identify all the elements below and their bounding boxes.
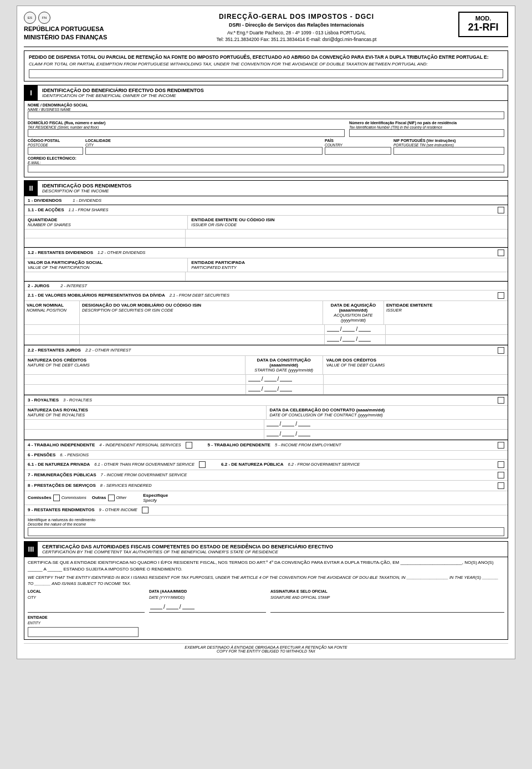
date-part-2-2[interactable]: [342, 336, 355, 342]
desig-cell2[interactable]: [80, 335, 325, 344]
entidade-cell2[interactable]: [186, 238, 508, 247]
royalties-natureza-cell1[interactable]: [24, 420, 264, 429]
date-field-1[interactable]: / /: [327, 326, 371, 332]
valor-cred-cell1[interactable]: [324, 375, 508, 384]
date-field-5[interactable]: / /: [267, 421, 311, 427]
quantidade-header-row: QUANTIDADE NUMBER OF SHARES ENTIDADE EMI…: [24, 216, 508, 230]
date-part-1-2[interactable]: [342, 326, 355, 332]
item6-2-checkbox[interactable]: [498, 461, 504, 468]
item2-1-checkbox[interactable]: [498, 292, 504, 299]
date-part-1-3[interactable]: [359, 326, 371, 332]
ent-part-cell[interactable]: [186, 272, 508, 281]
entidade-participada-label-en: PARTICIPATED ENTITY: [191, 265, 504, 270]
item3-checkbox[interactable]: [498, 397, 504, 404]
header-center: DIRECÇÃO-GERAL DOS IMPOSTOS - DGCI DSRI …: [135, 12, 458, 43]
nif-right: Número de Identificação Fiscal (NIF) no …: [349, 121, 504, 137]
item6-1-label-pt: 6.1 - DE NATUREZA PRIVADA: [28, 462, 90, 467]
item1-1-checkbox[interactable]: [498, 207, 504, 213]
date-year[interactable]: [150, 604, 162, 609]
section-2-en-title: DESCRIPTION OF THE INCOME: [42, 189, 503, 193]
footer-line2: COPY FOR THE ENTITY OBLIGED TO WITHHOLD …: [24, 649, 508, 653]
date-part-6-2[interactable]: [282, 431, 294, 436]
date-part-3-1[interactable]: [248, 376, 260, 381]
desig-cell1[interactable]: [80, 325, 325, 334]
date-part-3-3[interactable]: [280, 376, 292, 381]
date-part-6-3[interactable]: [298, 431, 310, 436]
item2-2-label-pt: 2.2 - RESTANTES JUROS: [28, 348, 81, 353]
natureza-royalties-col: NATUREZA DAS ROYALTIES NATURE OF THE ROY…: [24, 406, 267, 419]
item3-label-pt: 3 - ROYALTIES: [28, 398, 59, 403]
item1-1-data-row2: [24, 238, 508, 247]
item4-checkbox[interactable]: [186, 442, 192, 449]
item9-desc-row: Identifique a natureza do rendimento Des…: [24, 516, 508, 538]
val-nom-cell1[interactable]: [24, 325, 80, 334]
date-part-5-3[interactable]: [298, 421, 310, 426]
date-day[interactable]: [182, 604, 195, 609]
royalties-data-cell2: / /: [264, 430, 508, 439]
domicilio-input[interactable]: [28, 129, 345, 137]
date-part-4-3[interactable]: [280, 386, 292, 391]
local-label-en: CITY: [28, 595, 145, 600]
address: Av.ª Eng.º Duarte Pacheco, 28 - 4º 1099 …: [135, 29, 458, 37]
date-part-5-2[interactable]: [282, 421, 294, 426]
entidade-input[interactable]: [28, 627, 139, 637]
outras-checkbox[interactable]: [108, 495, 115, 501]
data-celebracao-label-en: DATE OF CONCLUSION OF THE CONTRACT (yyyy…: [270, 412, 505, 417]
quantidade-cell1[interactable]: [24, 230, 186, 238]
assinatura-input[interactable]: [270, 602, 504, 613]
certifica-pt-text: CERTIFICA-SE QUE A ENTIDADE IDENTIFICADA…: [28, 559, 504, 573]
entidade-cell1[interactable]: [186, 230, 508, 238]
date-field-3[interactable]: / /: [248, 376, 293, 382]
item5-checkbox[interactable]: [498, 442, 504, 449]
quantidade-cell2[interactable]: [24, 238, 186, 247]
date-month[interactable]: [166, 604, 178, 609]
date-part-6-1[interactable]: [267, 431, 279, 436]
entidade-participada-label-pt: ENTIDADE PARTICIPADA: [191, 260, 504, 265]
identifique-input[interactable]: [28, 527, 504, 536]
item6-1-checkbox[interactable]: [199, 461, 206, 468]
date-field-6[interactable]: / /: [267, 431, 311, 437]
ent-emit2-cell1[interactable]: [386, 325, 508, 334]
date-part-3-2[interactable]: [264, 376, 277, 381]
nif-pt-group: NIF PORTUGUÊS (Ver instruções) PORTUGUES…: [393, 139, 504, 155]
item2-label-pt: 2 - JUROS: [28, 283, 49, 288]
nome-input[interactable]: [28, 111, 504, 119]
val-part-cell[interactable]: [24, 272, 186, 281]
date-part-5-1[interactable]: [267, 421, 279, 426]
item2-2-checkbox[interactable]: [498, 347, 504, 354]
royalties-natureza-cell2[interactable]: [24, 430, 264, 439]
item8-checkbox[interactable]: [498, 482, 504, 489]
correio-input[interactable]: [28, 165, 504, 172]
val-nom-cell2[interactable]: [24, 335, 80, 344]
item7-checkbox[interactable]: [498, 472, 504, 478]
date-part-2-3[interactable]: [359, 336, 371, 342]
claim-input[interactable]: [29, 69, 503, 78]
localidade-input[interactable]: [85, 147, 323, 155]
date-field-2[interactable]: / /: [327, 336, 371, 342]
nif-input[interactable]: [349, 129, 504, 137]
date-field-4[interactable]: / /: [248, 386, 293, 392]
section-3: III CERTIFICAÇÃO DAS AUTORIDADES FISCAIS…: [24, 541, 508, 640]
ent-emit2-cell2[interactable]: [386, 335, 508, 344]
quantidade-label-pt: QUANTIDADE: [28, 217, 184, 222]
date-part-4-1[interactable]: [248, 386, 260, 391]
item1-2-checkbox[interactable]: [498, 249, 504, 256]
domicilio-left: DOMICÍLIO FISCAL (Rua, número e andar) T…: [28, 121, 345, 137]
nif-pt-input[interactable]: [393, 147, 504, 155]
natureza-cell1[interactable]: [24, 375, 246, 384]
pais-input[interactable]: [325, 147, 391, 155]
logos: ES FN: [24, 12, 135, 24]
localidade-label-en: CITY: [85, 143, 323, 147]
natureza-cell2[interactable]: [24, 385, 246, 394]
identifique-label-en: Describe the nature of the income: [28, 522, 504, 526]
item9-checkbox[interactable]: [142, 507, 149, 513]
date-part-1-1[interactable]: [327, 326, 339, 332]
local-input[interactable]: [28, 602, 145, 613]
comissoes-checkbox[interactable]: [53, 495, 60, 501]
date-part-2-1[interactable]: [327, 336, 339, 342]
republic-name: REPÚBLICA PORTUGUESA MINISTÉRIO DAS FINA…: [24, 25, 135, 42]
valor-cred-cell2[interactable]: [324, 385, 508, 394]
document-page: ES FN REPÚBLICA PORTUGUESA MINISTÉRIO DA…: [17, 6, 515, 659]
codigo-input[interactable]: [28, 147, 83, 155]
date-part-4-2[interactable]: [264, 386, 277, 391]
